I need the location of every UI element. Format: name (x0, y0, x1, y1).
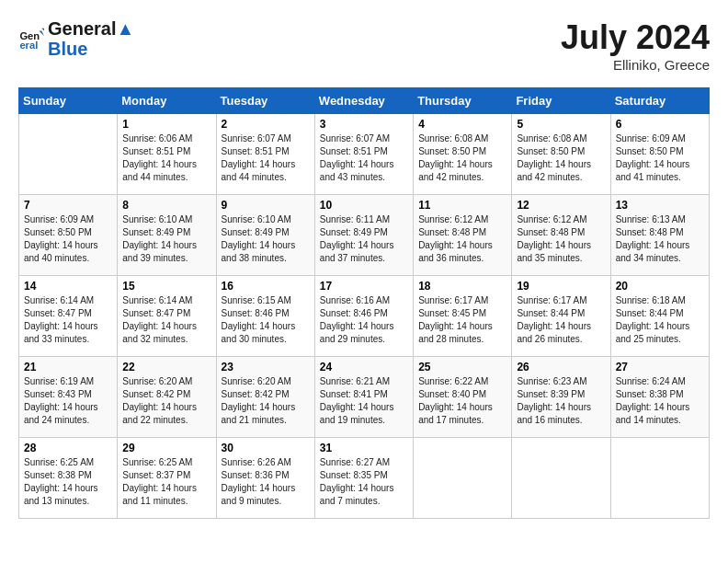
calendar-cell: 9Sunrise: 6:10 AMSunset: 8:49 PMDaylight… (216, 195, 314, 276)
day-number: 23 (222, 361, 310, 373)
day-number: 27 (616, 361, 704, 373)
day-info: Sunrise: 6:06 AMSunset: 8:51 PMDaylight:… (122, 132, 210, 184)
calendar-cell: 24Sunrise: 6:21 AMSunset: 8:41 PMDayligh… (314, 357, 413, 438)
day-number: 7 (24, 199, 112, 212)
day-number: 19 (517, 280, 605, 293)
logo-icon: Gen eral (18, 26, 44, 52)
week-row-5: 28Sunrise: 6:25 AMSunset: 8:38 PMDayligh… (19, 438, 710, 519)
day-number: 26 (517, 361, 605, 373)
calendar-cell: 16Sunrise: 6:15 AMSunset: 8:46 PMDayligh… (216, 276, 314, 357)
calendar-cell (19, 114, 118, 195)
week-row-2: 7Sunrise: 6:09 AMSunset: 8:50 PMDaylight… (19, 195, 710, 276)
day-info: Sunrise: 6:24 AMSunset: 8:38 PMDaylight:… (616, 375, 704, 427)
calendar-cell: 19Sunrise: 6:17 AMSunset: 8:44 PMDayligh… (512, 276, 610, 357)
day-number: 8 (122, 199, 210, 212)
calendar-cell: 26Sunrise: 6:23 AMSunset: 8:39 PMDayligh… (512, 357, 610, 438)
day-number: 28 (24, 442, 112, 454)
day-number: 3 (320, 118, 408, 131)
day-info: Sunrise: 6:25 AMSunset: 8:37 PMDaylight:… (122, 456, 210, 508)
week-row-1: 1Sunrise: 6:06 AMSunset: 8:51 PMDaylight… (19, 114, 710, 195)
calendar-cell: 18Sunrise: 6:17 AMSunset: 8:45 PMDayligh… (414, 276, 512, 357)
day-number: 10 (320, 199, 408, 212)
day-info: Sunrise: 6:17 AMSunset: 8:45 PMDaylight:… (418, 294, 506, 346)
day-number: 14 (24, 280, 112, 293)
day-of-week-tuesday: Tuesday (216, 88, 314, 114)
calendar-cell: 8Sunrise: 6:10 AMSunset: 8:49 PMDaylight… (118, 195, 216, 276)
logo-blue-text: Blue (48, 39, 134, 59)
day-number: 31 (320, 442, 408, 454)
calendar-cell: 20Sunrise: 6:18 AMSunset: 8:44 PMDayligh… (610, 276, 709, 357)
calendar-cell: 23Sunrise: 6:20 AMSunset: 8:42 PMDayligh… (216, 357, 314, 438)
calendar-cell (512, 438, 610, 519)
calendar-cell (414, 438, 512, 519)
calendar-cell: 5Sunrise: 6:08 AMSunset: 8:50 PMDaylight… (512, 114, 610, 195)
day-info: Sunrise: 6:20 AMSunset: 8:42 PMDaylight:… (122, 375, 210, 427)
calendar-cell: 17Sunrise: 6:16 AMSunset: 8:46 PMDayligh… (314, 276, 413, 357)
logo-general: General (48, 18, 116, 39)
calendar-cell: 31Sunrise: 6:27 AMSunset: 8:35 PMDayligh… (314, 438, 413, 519)
day-of-week-friday: Friday (512, 88, 610, 114)
calendar-body: 1Sunrise: 6:06 AMSunset: 8:51 PMDaylight… (19, 114, 710, 519)
day-info: Sunrise: 6:14 AMSunset: 8:47 PMDaylight:… (122, 294, 210, 346)
day-number: 22 (122, 361, 210, 373)
logo-blue: ▲ (116, 18, 134, 39)
page-header: Gen eral General▲ Blue July 2024 Ellinik… (18, 18, 710, 73)
day-number: 5 (517, 118, 605, 131)
day-info: Sunrise: 6:27 AMSunset: 8:35 PMDaylight:… (320, 456, 408, 508)
calendar-cell: 14Sunrise: 6:14 AMSunset: 8:47 PMDayligh… (19, 276, 118, 357)
day-info: Sunrise: 6:12 AMSunset: 8:48 PMDaylight:… (517, 213, 605, 265)
day-info: Sunrise: 6:21 AMSunset: 8:41 PMDaylight:… (320, 375, 408, 427)
calendar-cell: 15Sunrise: 6:14 AMSunset: 8:47 PMDayligh… (118, 276, 216, 357)
day-info: Sunrise: 6:26 AMSunset: 8:36 PMDaylight:… (222, 456, 310, 508)
calendar-cell: 25Sunrise: 6:22 AMSunset: 8:40 PMDayligh… (414, 357, 512, 438)
day-number: 2 (222, 118, 310, 131)
day-number: 25 (418, 361, 506, 373)
day-of-week-thursday: Thursday (414, 88, 512, 114)
days-of-week-row: SundayMondayTuesdayWednesdayThursdayFrid… (19, 88, 710, 114)
calendar-cell: 12Sunrise: 6:12 AMSunset: 8:48 PMDayligh… (512, 195, 610, 276)
calendar-cell: 28Sunrise: 6:25 AMSunset: 8:38 PMDayligh… (19, 438, 118, 519)
day-info: Sunrise: 6:20 AMSunset: 8:42 PMDaylight:… (222, 375, 310, 427)
logo: Gen eral General▲ Blue (18, 18, 134, 59)
day-info: Sunrise: 6:07 AMSunset: 8:51 PMDaylight:… (320, 132, 408, 184)
day-of-week-wednesday: Wednesday (314, 88, 413, 114)
calendar-cell: 29Sunrise: 6:25 AMSunset: 8:37 PMDayligh… (118, 438, 216, 519)
day-info: Sunrise: 6:15 AMSunset: 8:46 PMDaylight:… (222, 294, 310, 346)
day-info: Sunrise: 6:12 AMSunset: 8:48 PMDaylight:… (418, 213, 506, 265)
week-row-3: 14Sunrise: 6:14 AMSunset: 8:47 PMDayligh… (19, 276, 710, 357)
calendar-table: SundayMondayTuesdayWednesdayThursdayFrid… (18, 87, 710, 519)
day-number: 30 (222, 442, 310, 454)
day-number: 18 (418, 280, 506, 293)
day-number: 29 (122, 442, 210, 454)
day-of-week-monday: Monday (118, 88, 216, 114)
day-info: Sunrise: 6:22 AMSunset: 8:40 PMDaylight:… (418, 375, 506, 427)
calendar-cell: 1Sunrise: 6:06 AMSunset: 8:51 PMDaylight… (118, 114, 216, 195)
day-number: 24 (320, 361, 408, 373)
calendar-cell: 13Sunrise: 6:13 AMSunset: 8:48 PMDayligh… (610, 195, 709, 276)
day-info: Sunrise: 6:08 AMSunset: 8:50 PMDaylight:… (517, 132, 605, 184)
day-of-week-sunday: Sunday (19, 88, 118, 114)
day-number: 17 (320, 280, 408, 293)
day-info: Sunrise: 6:16 AMSunset: 8:46 PMDaylight:… (320, 294, 408, 346)
day-info: Sunrise: 6:07 AMSunset: 8:51 PMDaylight:… (222, 132, 310, 184)
day-info: Sunrise: 6:09 AMSunset: 8:50 PMDaylight:… (24, 213, 112, 265)
day-number: 1 (122, 118, 210, 131)
day-number: 4 (418, 118, 506, 131)
calendar-cell: 6Sunrise: 6:09 AMSunset: 8:50 PMDaylight… (610, 114, 709, 195)
calendar-cell: 27Sunrise: 6:24 AMSunset: 8:38 PMDayligh… (610, 357, 709, 438)
day-number: 13 (616, 199, 704, 212)
calendar-cell: 22Sunrise: 6:20 AMSunset: 8:42 PMDayligh… (118, 357, 216, 438)
day-number: 9 (222, 199, 310, 212)
month-title: July 2024 (561, 18, 710, 57)
location: Elliniko, Greece (561, 57, 710, 73)
day-info: Sunrise: 6:23 AMSunset: 8:39 PMDaylight:… (517, 375, 605, 427)
week-row-4: 21Sunrise: 6:19 AMSunset: 8:43 PMDayligh… (19, 357, 710, 438)
day-info: Sunrise: 6:09 AMSunset: 8:50 PMDaylight:… (616, 132, 704, 184)
day-info: Sunrise: 6:25 AMSunset: 8:38 PMDaylight:… (24, 456, 112, 508)
calendar-header: SundayMondayTuesdayWednesdayThursdayFrid… (19, 88, 710, 114)
svg-marker-2 (39, 31, 44, 37)
day-number: 12 (517, 199, 605, 212)
day-info: Sunrise: 6:10 AMSunset: 8:49 PMDaylight:… (122, 213, 210, 265)
day-info: Sunrise: 6:17 AMSunset: 8:44 PMDaylight:… (517, 294, 605, 346)
calendar-cell: 11Sunrise: 6:12 AMSunset: 8:48 PMDayligh… (414, 195, 512, 276)
